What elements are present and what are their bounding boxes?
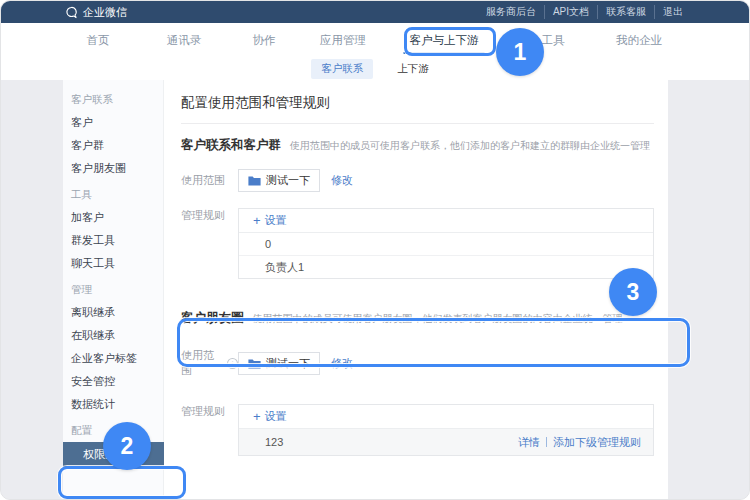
main-nav: 首页 通讯录 协作 应用管理 客户与上下游 工具 我的企业 <box>1 23 749 58</box>
scope-label: 使用范围 <box>181 173 238 188</box>
subtab-upstream-downstream[interactable]: 上下游 <box>387 59 439 79</box>
rules-label: 管理规则 <box>181 208 238 223</box>
annotation-rect-step2 <box>58 466 186 499</box>
subtab-bar: 客户联系 上下游 <box>1 58 749 80</box>
nav-home[interactable]: 首页 <box>87 23 110 58</box>
brand-name: 企业微信 <box>83 5 127 20</box>
main-panel: 配置使用范围和管理规则 客户联系和客户群 使用范围中的成员可使用客户联系，他们添… <box>164 80 668 499</box>
nav-contacts[interactable]: 通讯录 <box>167 23 202 58</box>
link-provider-console[interactable]: 服务商后台 <box>478 5 544 19</box>
annotation-step-1-badge: 1 <box>496 28 544 76</box>
scope-value-chip[interactable]: 测试一下 <box>238 169 320 192</box>
brand: 企业微信 <box>65 5 127 20</box>
annotation-rect-step3 <box>177 318 690 367</box>
rule-name: 0 <box>265 238 271 250</box>
sidebar-item-security-control[interactable]: 安全管控 <box>71 370 163 393</box>
sidebar-item-resigned-inheritance[interactable]: 离职继承 <box>71 301 163 324</box>
wework-admin-window: 企业微信 服务商后台 API文档 联系客服 退出 首页 通讯录 协作 应用管理 … <box>0 0 750 500</box>
sidebar-header-customer-contact: 客户联系 <box>71 88 163 111</box>
rules-box-contact: + 设置 0 负责人1 <box>238 208 654 279</box>
link-logout[interactable]: 退出 <box>654 5 691 19</box>
sidebar-item-customer-moments[interactable]: 客户朋友圈 <box>71 157 163 180</box>
sidebar-item-bulk-message-tool[interactable]: 群发工具 <box>71 229 163 252</box>
nav-collaboration[interactable]: 协作 <box>253 23 276 58</box>
scope-row-contact: 使用范围 测试一下 修改 <box>181 169 654 192</box>
rule-actions: 详情 添加下级管理规则 <box>518 435 641 450</box>
scope-department-name: 测试一下 <box>266 173 310 188</box>
sidebar-item-customer-groups[interactable]: 客户群 <box>71 134 163 157</box>
annotation-rect-step1 <box>404 27 496 56</box>
topbar: 企业微信 服务商后台 API文档 联系客服 退出 <box>1 1 749 23</box>
annotation-step-2-badge: 2 <box>103 422 151 470</box>
set-rule-link[interactable]: 设置 <box>265 213 287 228</box>
set-rule-link[interactable]: 设置 <box>265 409 287 424</box>
add-sub-rule-link[interactable]: 添加下级管理规则 <box>553 435 641 450</box>
section-title: 客户联系和客户群 <box>181 137 281 154</box>
page-title: 配置使用范围和管理规则 <box>181 94 654 112</box>
rule-name: 负责人1 <box>265 260 304 275</box>
annotation-step-3-badge: 3 <box>609 268 657 316</box>
section-description: 使用范围中的成员可使用客户联系，他们添加的客户和建立的群聊由企业统一管理 <box>290 139 650 153</box>
rules-row-contact: 管理规则 + 设置 0 负责人1 <box>181 208 654 279</box>
rules-label: 管理规则 <box>181 404 238 419</box>
wework-logo-icon <box>65 6 78 19</box>
folder-icon <box>248 175 261 186</box>
plus-icon: + <box>253 410 261 423</box>
rule-name: 123 <box>265 436 283 448</box>
divider <box>546 437 547 447</box>
subtab-customer-contact[interactable]: 客户联系 <box>311 59 373 79</box>
sidebar-item-active-inheritance[interactable]: 在职继承 <box>71 324 163 347</box>
rules-row-moments: 管理规则 + 设置 123 详情 添加下级管理规则 <box>181 404 654 456</box>
rules-box-moments: + 设置 123 详情 添加下级管理规则 <box>238 404 654 456</box>
add-rule-row[interactable]: + 设置 <box>239 405 653 429</box>
nav-tools[interactable]: 工具 <box>542 23 565 58</box>
add-rule-row[interactable]: + 设置 <box>239 209 653 233</box>
sidebar-item-customers[interactable]: 客户 <box>71 111 163 134</box>
link-contact-support[interactable]: 联系客服 <box>597 5 654 19</box>
sidebar-item-chat-tool[interactable]: 聊天工具 <box>71 252 163 275</box>
nav-my-company[interactable]: 我的企业 <box>616 23 662 58</box>
modify-scope-link[interactable]: 修改 <box>331 173 353 188</box>
sidebar-header-management: 管理 <box>71 278 163 301</box>
link-api-docs[interactable]: API文档 <box>544 5 597 19</box>
rule-row[interactable]: 123 详情 添加下级管理规则 <box>239 429 653 455</box>
topbar-links: 服务商后台 API文档 联系客服 退出 <box>478 5 691 19</box>
sidebar-item-statistics[interactable]: 数据统计 <box>71 393 163 416</box>
section-customer-contact-head: 客户联系和客户群 使用范围中的成员可使用客户联系，他们添加的客户和建立的群聊由企… <box>181 137 654 154</box>
rule-detail-link[interactable]: 详情 <box>518 435 540 450</box>
divider <box>181 123 654 124</box>
sidebar-item-add-customer[interactable]: 加客户 <box>71 206 163 229</box>
rule-row[interactable]: 0 <box>239 233 653 256</box>
sidebar-item-corp-customer-tags[interactable]: 企业客户标签 <box>71 347 163 370</box>
nav-app-management[interactable]: 应用管理 <box>320 23 366 58</box>
sidebar-header-tools: 工具 <box>71 183 163 206</box>
rule-row[interactable]: 负责人1 <box>239 256 653 278</box>
plus-icon: + <box>253 214 261 227</box>
